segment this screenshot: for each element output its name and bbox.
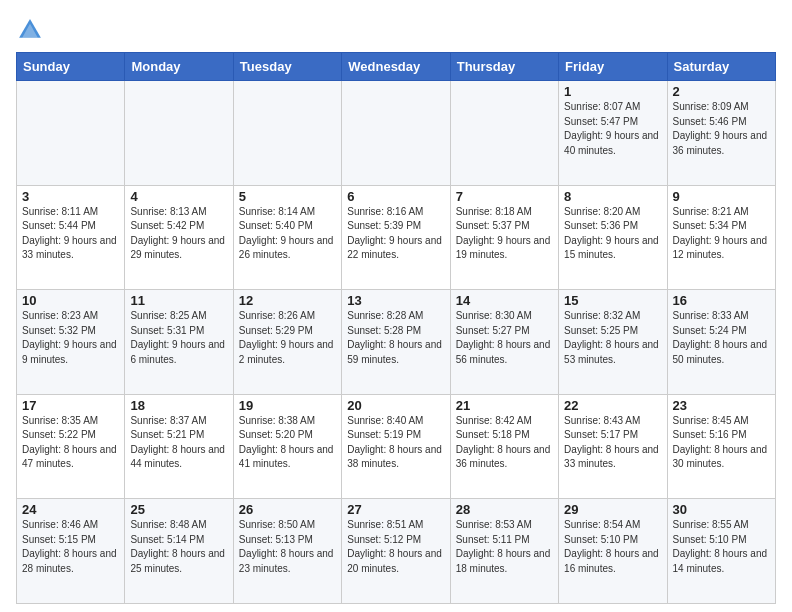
- calendar-day-cell: 28Sunrise: 8:53 AM Sunset: 5:11 PM Dayli…: [450, 499, 558, 604]
- day-info: Sunrise: 8:33 AM Sunset: 5:24 PM Dayligh…: [673, 309, 770, 367]
- calendar-day-cell: 25Sunrise: 8:48 AM Sunset: 5:14 PM Dayli…: [125, 499, 233, 604]
- calendar-day-cell: 10Sunrise: 8:23 AM Sunset: 5:32 PM Dayli…: [17, 290, 125, 395]
- day-number: 30: [673, 502, 770, 517]
- day-number: 12: [239, 293, 336, 308]
- calendar-day-cell: 7Sunrise: 8:18 AM Sunset: 5:37 PM Daylig…: [450, 185, 558, 290]
- logo: [16, 16, 48, 44]
- day-info: Sunrise: 8:16 AM Sunset: 5:39 PM Dayligh…: [347, 205, 444, 263]
- day-info: Sunrise: 8:55 AM Sunset: 5:10 PM Dayligh…: [673, 518, 770, 576]
- calendar-day-cell: 30Sunrise: 8:55 AM Sunset: 5:10 PM Dayli…: [667, 499, 775, 604]
- day-number: 22: [564, 398, 661, 413]
- calendar-day-cell: [125, 81, 233, 186]
- day-of-week-header: Thursday: [450, 53, 558, 81]
- calendar-week-row: 3Sunrise: 8:11 AM Sunset: 5:44 PM Daylig…: [17, 185, 776, 290]
- day-info: Sunrise: 8:30 AM Sunset: 5:27 PM Dayligh…: [456, 309, 553, 367]
- day-number: 21: [456, 398, 553, 413]
- calendar-day-cell: [342, 81, 450, 186]
- day-info: Sunrise: 8:43 AM Sunset: 5:17 PM Dayligh…: [564, 414, 661, 472]
- day-number: 23: [673, 398, 770, 413]
- calendar-day-cell: 14Sunrise: 8:30 AM Sunset: 5:27 PM Dayli…: [450, 290, 558, 395]
- day-info: Sunrise: 8:09 AM Sunset: 5:46 PM Dayligh…: [673, 100, 770, 158]
- day-number: 15: [564, 293, 661, 308]
- day-info: Sunrise: 8:28 AM Sunset: 5:28 PM Dayligh…: [347, 309, 444, 367]
- day-info: Sunrise: 8:45 AM Sunset: 5:16 PM Dayligh…: [673, 414, 770, 472]
- day-number: 9: [673, 189, 770, 204]
- calendar-day-cell: 6Sunrise: 8:16 AM Sunset: 5:39 PM Daylig…: [342, 185, 450, 290]
- calendar-body: 1Sunrise: 8:07 AM Sunset: 5:47 PM Daylig…: [17, 81, 776, 604]
- day-info: Sunrise: 8:46 AM Sunset: 5:15 PM Dayligh…: [22, 518, 119, 576]
- calendar-day-cell: 13Sunrise: 8:28 AM Sunset: 5:28 PM Dayli…: [342, 290, 450, 395]
- calendar-header: SundayMondayTuesdayWednesdayThursdayFrid…: [17, 53, 776, 81]
- day-info: Sunrise: 8:53 AM Sunset: 5:11 PM Dayligh…: [456, 518, 553, 576]
- day-info: Sunrise: 8:14 AM Sunset: 5:40 PM Dayligh…: [239, 205, 336, 263]
- calendar-day-cell: [450, 81, 558, 186]
- day-of-week-header: Sunday: [17, 53, 125, 81]
- calendar-day-cell: 4Sunrise: 8:13 AM Sunset: 5:42 PM Daylig…: [125, 185, 233, 290]
- day-info: Sunrise: 8:25 AM Sunset: 5:31 PM Dayligh…: [130, 309, 227, 367]
- calendar-week-row: 10Sunrise: 8:23 AM Sunset: 5:32 PM Dayli…: [17, 290, 776, 395]
- logo-icon: [16, 16, 44, 44]
- day-of-week-header: Tuesday: [233, 53, 341, 81]
- day-number: 20: [347, 398, 444, 413]
- calendar-day-cell: 19Sunrise: 8:38 AM Sunset: 5:20 PM Dayli…: [233, 394, 341, 499]
- calendar-day-cell: 26Sunrise: 8:50 AM Sunset: 5:13 PM Dayli…: [233, 499, 341, 604]
- day-info: Sunrise: 8:37 AM Sunset: 5:21 PM Dayligh…: [130, 414, 227, 472]
- day-info: Sunrise: 8:50 AM Sunset: 5:13 PM Dayligh…: [239, 518, 336, 576]
- day-number: 5: [239, 189, 336, 204]
- day-of-week-header: Saturday: [667, 53, 775, 81]
- calendar-day-cell: 24Sunrise: 8:46 AM Sunset: 5:15 PM Dayli…: [17, 499, 125, 604]
- day-number: 10: [22, 293, 119, 308]
- day-info: Sunrise: 8:42 AM Sunset: 5:18 PM Dayligh…: [456, 414, 553, 472]
- day-number: 24: [22, 502, 119, 517]
- day-number: 3: [22, 189, 119, 204]
- day-number: 25: [130, 502, 227, 517]
- header: [16, 16, 776, 44]
- page: SundayMondayTuesdayWednesdayThursdayFrid…: [0, 0, 792, 612]
- day-number: 13: [347, 293, 444, 308]
- days-of-week-row: SundayMondayTuesdayWednesdayThursdayFrid…: [17, 53, 776, 81]
- day-info: Sunrise: 8:21 AM Sunset: 5:34 PM Dayligh…: [673, 205, 770, 263]
- day-info: Sunrise: 8:20 AM Sunset: 5:36 PM Dayligh…: [564, 205, 661, 263]
- day-number: 26: [239, 502, 336, 517]
- calendar-day-cell: 20Sunrise: 8:40 AM Sunset: 5:19 PM Dayli…: [342, 394, 450, 499]
- day-number: 1: [564, 84, 661, 99]
- day-info: Sunrise: 8:51 AM Sunset: 5:12 PM Dayligh…: [347, 518, 444, 576]
- day-info: Sunrise: 8:35 AM Sunset: 5:22 PM Dayligh…: [22, 414, 119, 472]
- day-info: Sunrise: 8:32 AM Sunset: 5:25 PM Dayligh…: [564, 309, 661, 367]
- day-number: 19: [239, 398, 336, 413]
- day-number: 4: [130, 189, 227, 204]
- calendar-table: SundayMondayTuesdayWednesdayThursdayFrid…: [16, 52, 776, 604]
- day-number: 8: [564, 189, 661, 204]
- day-number: 29: [564, 502, 661, 517]
- calendar-day-cell: 9Sunrise: 8:21 AM Sunset: 5:34 PM Daylig…: [667, 185, 775, 290]
- day-info: Sunrise: 8:11 AM Sunset: 5:44 PM Dayligh…: [22, 205, 119, 263]
- day-info: Sunrise: 8:38 AM Sunset: 5:20 PM Dayligh…: [239, 414, 336, 472]
- calendar-day-cell: 3Sunrise: 8:11 AM Sunset: 5:44 PM Daylig…: [17, 185, 125, 290]
- day-info: Sunrise: 8:23 AM Sunset: 5:32 PM Dayligh…: [22, 309, 119, 367]
- calendar-week-row: 17Sunrise: 8:35 AM Sunset: 5:22 PM Dayli…: [17, 394, 776, 499]
- calendar-day-cell: 1Sunrise: 8:07 AM Sunset: 5:47 PM Daylig…: [559, 81, 667, 186]
- day-number: 28: [456, 502, 553, 517]
- day-number: 2: [673, 84, 770, 99]
- day-info: Sunrise: 8:07 AM Sunset: 5:47 PM Dayligh…: [564, 100, 661, 158]
- calendar-day-cell: 29Sunrise: 8:54 AM Sunset: 5:10 PM Dayli…: [559, 499, 667, 604]
- calendar-day-cell: 11Sunrise: 8:25 AM Sunset: 5:31 PM Dayli…: [125, 290, 233, 395]
- calendar-day-cell: [17, 81, 125, 186]
- day-info: Sunrise: 8:54 AM Sunset: 5:10 PM Dayligh…: [564, 518, 661, 576]
- calendar-day-cell: 23Sunrise: 8:45 AM Sunset: 5:16 PM Dayli…: [667, 394, 775, 499]
- day-number: 11: [130, 293, 227, 308]
- calendar-day-cell: 22Sunrise: 8:43 AM Sunset: 5:17 PM Dayli…: [559, 394, 667, 499]
- calendar-day-cell: 18Sunrise: 8:37 AM Sunset: 5:21 PM Dayli…: [125, 394, 233, 499]
- day-info: Sunrise: 8:26 AM Sunset: 5:29 PM Dayligh…: [239, 309, 336, 367]
- calendar-day-cell: 21Sunrise: 8:42 AM Sunset: 5:18 PM Dayli…: [450, 394, 558, 499]
- calendar-day-cell: 5Sunrise: 8:14 AM Sunset: 5:40 PM Daylig…: [233, 185, 341, 290]
- day-of-week-header: Friday: [559, 53, 667, 81]
- calendar-day-cell: [233, 81, 341, 186]
- day-info: Sunrise: 8:40 AM Sunset: 5:19 PM Dayligh…: [347, 414, 444, 472]
- calendar-day-cell: 17Sunrise: 8:35 AM Sunset: 5:22 PM Dayli…: [17, 394, 125, 499]
- calendar-week-row: 1Sunrise: 8:07 AM Sunset: 5:47 PM Daylig…: [17, 81, 776, 186]
- day-number: 17: [22, 398, 119, 413]
- day-info: Sunrise: 8:48 AM Sunset: 5:14 PM Dayligh…: [130, 518, 227, 576]
- day-number: 27: [347, 502, 444, 517]
- day-number: 6: [347, 189, 444, 204]
